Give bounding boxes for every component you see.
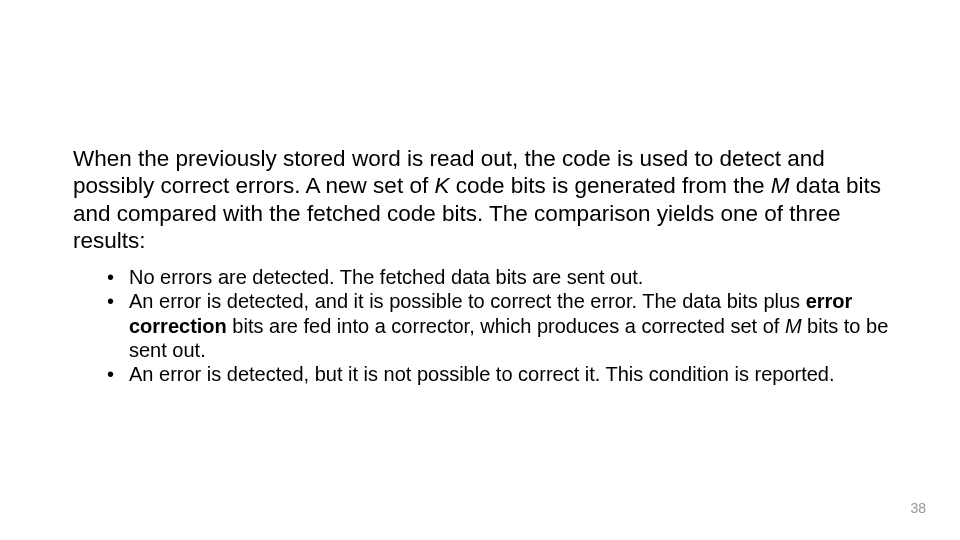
bullet-text: An error is detected, but it is not poss… (129, 363, 835, 385)
list-item: An error is detected, but it is not poss… (129, 362, 893, 386)
intro-text-mid: code bits is generated from the (449, 173, 770, 198)
bullet-text: No errors are detected. The fetched data… (129, 266, 643, 288)
intro-k: K (434, 173, 449, 198)
bullet-list: No errors are detected. The fetched data… (73, 265, 893, 387)
page-number: 38 (910, 500, 926, 516)
list-item: No errors are detected. The fetched data… (129, 265, 893, 289)
intro-paragraph: When the previously stored word is read … (73, 145, 893, 255)
list-item: An error is detected, and it is possible… (129, 289, 893, 362)
slide-content: When the previously stored word is read … (73, 145, 893, 387)
intro-m: M (771, 173, 790, 198)
bullet-text-pre: An error is detected, and it is possible… (129, 290, 806, 312)
bullet-text-mid: bits are fed into a corrector, which pro… (227, 315, 785, 337)
bullet-m: M (785, 315, 802, 337)
